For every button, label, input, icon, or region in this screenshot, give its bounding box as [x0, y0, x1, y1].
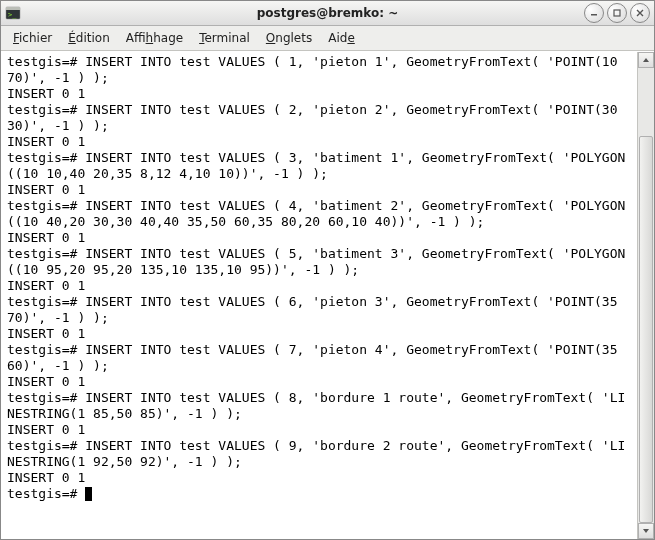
menu-terminal[interactable]: Terminal [193, 29, 256, 47]
svg-rect-1 [6, 7, 20, 10]
titlebar[interactable]: >_ postgres@bremko: ~ [1, 1, 654, 26]
scroll-down-button[interactable] [638, 523, 654, 539]
scroll-up-button[interactable] [638, 52, 654, 68]
terminal-window: >_ postgres@bremko: ~ Fichier Édition Af… [0, 0, 655, 540]
menu-affichage[interactable]: Affihhage [120, 29, 189, 47]
menubar: Fichier Édition Affihhage Terminal Ongle… [1, 26, 654, 51]
menu-aide[interactable]: Aide [322, 29, 361, 47]
close-button[interactable] [630, 3, 650, 23]
scroll-track[interactable] [638, 68, 654, 523]
prompt: testgis=# [7, 486, 85, 501]
svg-rect-3 [591, 14, 597, 16]
terminal-area: testgis=# INSERT INTO test VALUES ( 1, '… [1, 51, 654, 539]
menu-onglets[interactable]: Onglets [260, 29, 318, 47]
terminal-output[interactable]: testgis=# INSERT INTO test VALUES ( 1, '… [1, 52, 637, 539]
menu-fichier[interactable]: Fichier [7, 29, 58, 47]
svg-rect-4 [614, 10, 620, 16]
maximize-button[interactable] [607, 3, 627, 23]
menu-edition[interactable]: Édition [62, 29, 116, 47]
terminal-icon: >_ [5, 5, 21, 21]
window-controls [584, 3, 654, 23]
scroll-thumb[interactable] [639, 136, 653, 523]
minimize-button[interactable] [584, 3, 604, 23]
vertical-scrollbar[interactable] [637, 52, 654, 539]
svg-text:>_: >_ [8, 11, 17, 19]
window-title: postgres@bremko: ~ [1, 6, 654, 20]
cursor [85, 487, 92, 501]
